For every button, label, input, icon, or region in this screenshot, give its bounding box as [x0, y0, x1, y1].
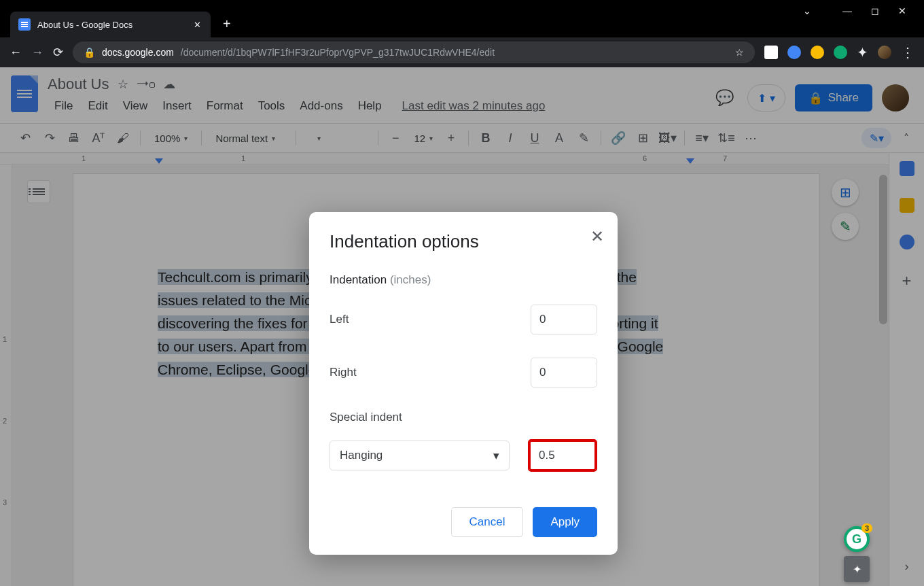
url-domain: docs.google.com	[102, 47, 174, 58]
browser-tab[interactable]: About Us - Google Docs ✕	[10, 12, 211, 37]
extensions-puzzle-icon[interactable]: ✦	[857, 44, 868, 61]
special-indent-value: Hanging	[340, 449, 383, 462]
grammarly-badge[interactable]: G	[844, 526, 870, 552]
back-button[interactable]: ←	[10, 46, 22, 60]
explore-button[interactable]: ✦	[844, 556, 870, 582]
chevron-down-icon[interactable]: ⌄	[803, 5, 811, 16]
close-tab-icon[interactable]: ✕	[192, 19, 202, 30]
address-bar: ← → ⟳ 🔒 docs.google.com/document/d/1bqPW…	[0, 37, 924, 67]
indentation-options-dialog: Indentation options ✕ Indentation (inche…	[309, 212, 618, 555]
apply-button[interactable]: Apply	[533, 507, 597, 537]
url-path: /document/d/1bqPW7lF1fHF3r2uPfoprVgPVP_g…	[181, 47, 495, 58]
bookmark-star-icon[interactable]: ☆	[735, 47, 744, 58]
tab-title: About Us - Google Docs	[37, 20, 185, 30]
special-indent-amount-input[interactable]	[528, 439, 597, 472]
new-tab-button[interactable]: +	[223, 16, 231, 32]
indentation-section-label: Indentation (inches)	[330, 273, 597, 287]
forward-button[interactable]: →	[31, 46, 43, 60]
cancel-button[interactable]: Cancel	[451, 507, 524, 537]
window-controls: ⌄ — ◻ ✕	[785, 0, 924, 22]
extension-icon[interactable]	[764, 46, 778, 59]
extension-icon[interactable]	[834, 46, 847, 59]
right-indent-input[interactable]	[531, 358, 597, 387]
dialog-title: Indentation options	[330, 232, 597, 250]
special-indent-select[interactable]: Hanging ▾	[330, 441, 510, 470]
left-indent-input[interactable]	[531, 305, 597, 334]
close-window-button[interactable]: ✕	[898, 5, 906, 16]
chevron-down-icon: ▾	[493, 449, 499, 463]
google-docs-app: About Us ☆ ⭢▢ ☁ File Edit View Insert Fo…	[0, 67, 924, 586]
docs-favicon	[18, 18, 31, 31]
reload-button[interactable]: ⟳	[53, 45, 63, 60]
extension-icon[interactable]	[787, 46, 801, 59]
minimize-button[interactable]: —	[842, 5, 852, 16]
lock-icon: 🔒	[84, 47, 95, 58]
close-dialog-button[interactable]: ✕	[590, 227, 604, 246]
extension-icons: ✦ ⋮	[764, 44, 914, 61]
extension-icon[interactable]	[811, 46, 824, 59]
special-indent-label: Special indent	[330, 411, 597, 424]
url-input[interactable]: 🔒 docs.google.com/document/d/1bqPW7lF1fH…	[73, 41, 755, 63]
left-indent-label: Left	[330, 313, 349, 326]
browser-menu-icon[interactable]: ⋮	[901, 44, 914, 61]
maximize-button[interactable]: ◻	[871, 5, 879, 16]
profile-avatar-icon[interactable]	[878, 46, 891, 59]
right-indent-label: Right	[330, 366, 357, 379]
